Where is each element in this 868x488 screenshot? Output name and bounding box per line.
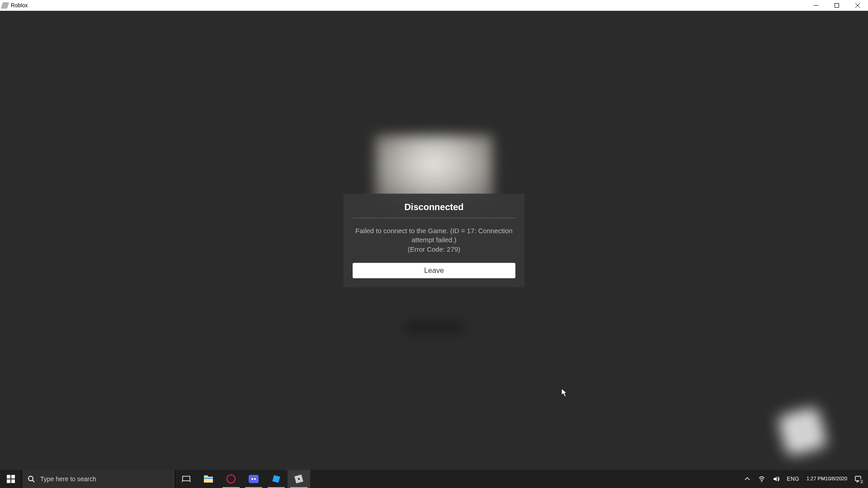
- system-tray: ENG 1:27 PM 10/8/2020 2: [740, 470, 868, 488]
- tray-language[interactable]: ENG: [783, 470, 803, 488]
- maximize-icon: [835, 3, 839, 8]
- taskbar-app-file-explorer[interactable]: [197, 470, 220, 488]
- dialog-message-line2: (Error Code: 279): [408, 245, 461, 253]
- start-button[interactable]: [0, 470, 22, 488]
- windows-icon: [7, 475, 15, 483]
- svg-line-12: [190, 481, 191, 482]
- taskbar-app-discord[interactable]: [242, 470, 265, 488]
- roblox-studio-icon: [272, 475, 280, 483]
- dialog-message: Failed to connect to the Game. (ID = 17:…: [353, 218, 515, 263]
- taskbar-apps: [197, 470, 310, 488]
- taskbar-app-opera[interactable]: [220, 470, 242, 488]
- file-explorer-icon: [203, 475, 213, 483]
- search-icon: [28, 475, 35, 483]
- roblox-logo-blurred: [778, 407, 827, 456]
- svg-rect-1: [835, 3, 839, 7]
- svg-point-16: [254, 478, 256, 480]
- window-controls: [806, 0, 868, 10]
- tray-volume-button[interactable]: [769, 470, 783, 488]
- taskbar-spacer: [310, 470, 740, 488]
- disconnected-dialog: Disconnected Failed to connect to the Ga…: [344, 194, 524, 287]
- minimize-button[interactable]: [806, 0, 826, 10]
- discord-icon: [249, 475, 259, 483]
- svg-point-8: [28, 476, 33, 481]
- svg-rect-13: [204, 478, 213, 479]
- dialog-title: Disconnected: [353, 202, 515, 218]
- close-icon: [855, 3, 860, 8]
- loading-text-blurred: [405, 320, 463, 334]
- svg-rect-10: [183, 476, 190, 481]
- wifi-icon: [758, 475, 765, 483]
- window-titlebar: Roblox: [0, 0, 868, 11]
- taskbar-search[interactable]: [22, 470, 175, 488]
- dialog-message-line1: Failed to connect to the Game. (ID = 17:…: [355, 227, 512, 244]
- svg-line-9: [33, 480, 34, 482]
- tray-clock[interactable]: 1:27 PM 10/8/2020: [803, 470, 851, 488]
- tray-time: 1:27 PM: [807, 476, 825, 482]
- game-viewport: Disconnected Failed to connect to the Ga…: [0, 11, 868, 470]
- svg-rect-5: [11, 475, 15, 479]
- svg-rect-4: [7, 475, 10, 479]
- taskbar-app-roblox-studio[interactable]: [265, 470, 288, 488]
- tray-overflow-button[interactable]: [740, 470, 755, 488]
- svg-point-15: [251, 478, 253, 480]
- tray-action-center[interactable]: 2: [851, 470, 865, 488]
- task-view-button[interactable]: [175, 470, 197, 488]
- tray-date: 10/8/2020: [825, 476, 847, 482]
- notification-badge: 2: [859, 479, 864, 484]
- leave-button[interactable]: Leave: [353, 263, 515, 278]
- taskbar-app-roblox-player[interactable]: [288, 470, 310, 488]
- close-button[interactable]: [847, 0, 868, 10]
- svg-point-20: [761, 481, 762, 482]
- svg-line-11: [182, 481, 183, 482]
- svg-rect-17: [272, 475, 280, 483]
- svg-rect-14: [249, 475, 259, 483]
- chevron-up-icon: [744, 475, 751, 483]
- roblox-player-icon: [294, 474, 303, 483]
- opera-icon: [226, 474, 236, 483]
- titlebar-left: Roblox: [2, 2, 28, 9]
- task-view-icon: [182, 475, 191, 483]
- minimize-icon: [814, 3, 818, 8]
- mouse-cursor-icon: [561, 388, 568, 399]
- speaker-icon: [773, 475, 780, 483]
- taskbar: ENG 1:27 PM 10/8/2020 2: [0, 470, 868, 488]
- window-title: Roblox: [11, 2, 28, 9]
- svg-rect-6: [7, 479, 10, 483]
- search-input[interactable]: [40, 475, 170, 483]
- roblox-app-icon: [1, 2, 9, 9]
- maximize-button[interactable]: [826, 0, 847, 10]
- svg-rect-7: [11, 479, 15, 483]
- tray-wifi-button[interactable]: [755, 470, 769, 488]
